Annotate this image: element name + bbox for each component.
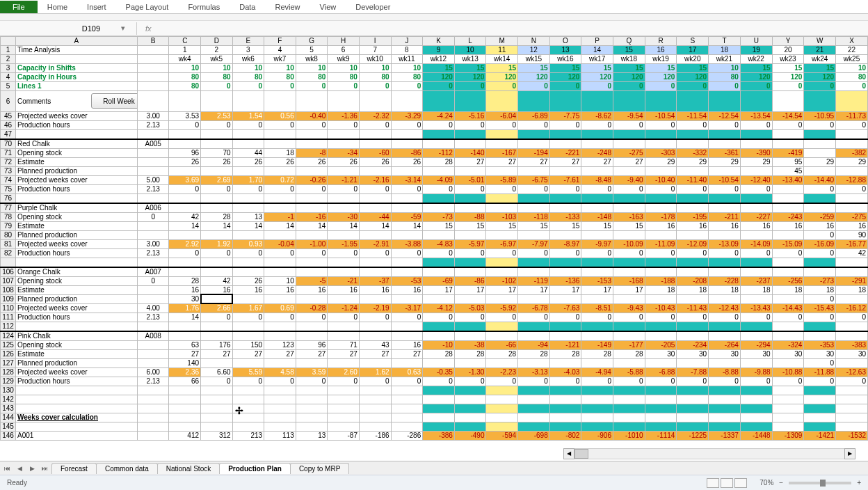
fx-icon[interactable]: fx (141, 24, 156, 33)
grid[interactable]: ABCDEFGHIJKLMNOPQRSTUYWX1Time Analysis12… (0, 36, 868, 459)
zoom-out[interactable]: − (779, 479, 783, 487)
status-bar: Ready 70% − + (0, 475, 868, 490)
chevron-down-icon[interactable]: ▾ (121, 24, 125, 33)
view-page-layout[interactable] (721, 478, 733, 488)
tab-insert[interactable]: Insert (77, 1, 116, 13)
sheet-nav-first[interactable]: ⏮ (3, 465, 11, 472)
roll-week-button[interactable]: Roll Week (91, 93, 137, 109)
sheet-tab-forecast[interactable]: Forecast (51, 463, 97, 474)
ribbon-tabs: File Home Insert Page Layout Formulas Da… (0, 0, 868, 14)
scroll-thumb[interactable] (574, 449, 588, 459)
scroll-track[interactable] (574, 448, 844, 459)
tab-data[interactable]: Data (230, 1, 265, 13)
sheet-nav-prev[interactable]: ◀ (15, 465, 24, 472)
tab-review[interactable]: Review (265, 1, 310, 13)
hscroll: ◀ ▶ (563, 448, 855, 459)
tab-view[interactable]: View (310, 1, 346, 13)
view-normal[interactable] (707, 478, 719, 488)
scroll-right[interactable]: ▶ (844, 448, 855, 459)
tab-home[interactable]: Home (38, 1, 77, 13)
view-page-break[interactable] (734, 478, 747, 488)
sheet-tab-common-data[interactable]: Common data (96, 463, 158, 474)
ribbon-bar (0, 14, 868, 21)
zoom-in[interactable]: + (857, 479, 861, 487)
name-box[interactable]: D109▾ (0, 24, 132, 33)
scroll-left[interactable]: ◀ (563, 448, 574, 459)
sheet-tab-production-plan[interactable]: Production Plan (219, 463, 291, 474)
tab-formulas[interactable]: Formulas (178, 1, 230, 13)
zoom-slider[interactable] (789, 482, 851, 484)
tab-developer[interactable]: Developer (346, 1, 400, 13)
sheet-tabs: ⏮ ◀ ▶ ⏭ Forecast Common data National St… (0, 461, 868, 475)
tab-page-layout[interactable]: Page Layout (116, 1, 179, 13)
view-buttons (707, 478, 747, 488)
sheet-nav-next[interactable]: ▶ (28, 465, 36, 472)
formula-bar: D109▾ fx (0, 21, 868, 36)
status-text: Ready (7, 479, 27, 487)
tab-file[interactable]: File (0, 1, 38, 13)
sheet-nav-last[interactable]: ⏭ (40, 465, 49, 472)
sheet-tab-national-stock[interactable]: National Stock (157, 463, 220, 474)
sheet-nav: ⏮ ◀ ▶ ⏭ (0, 465, 51, 472)
zoom-label: 70% (760, 479, 773, 487)
sheet-tab-copy-to-mrp[interactable]: Copy to MRP (290, 463, 349, 474)
